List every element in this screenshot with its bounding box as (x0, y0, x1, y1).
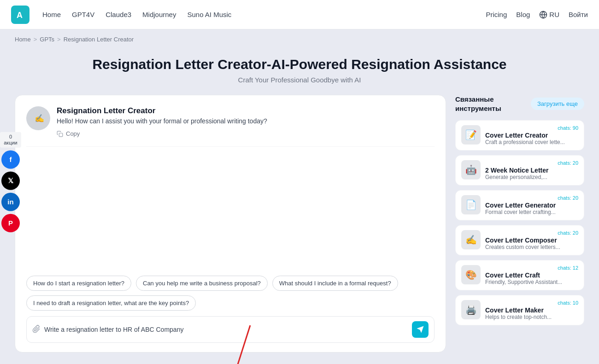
sidebar-item-chats-2: chats: 20 (485, 195, 578, 201)
nav-gpt4v[interactable]: GPT4V (72, 11, 94, 18)
sidebar-item-content-1: chats: 20 2 Week Notice Letter Generate … (485, 160, 578, 180)
suggestion-chip-1[interactable]: Can you help me write a business proposa… (136, 276, 268, 291)
suggestions: How do I start a resignation letter? Can… (26, 276, 435, 311)
sidebar-item-img-5: 🖨️ (461, 300, 481, 319)
breadcrumb-current: Resignation Letter Creator (64, 36, 134, 43)
copy-button[interactable]: Copy (57, 128, 80, 139)
chat-panel: ✍ Resignation Letter Creator Hello! How … (15, 95, 446, 352)
sidebar-item-name-4: Cover Letter Craft (485, 272, 578, 279)
facebook-button[interactable]: f (1, 150, 20, 169)
language-switcher[interactable]: RU (539, 11, 559, 19)
nav-right: Pricing Blog RU Войти (486, 11, 588, 19)
chat-header: ✍ Resignation Letter Creator Hello! How … (26, 106, 435, 147)
send-button[interactable] (412, 321, 429, 338)
sidebar-item-desc-1: Generate personalized,... (485, 174, 578, 180)
breadcrumb-home[interactable]: Home (15, 36, 31, 43)
nav-claude3[interactable]: Claude3 (106, 11, 131, 18)
sidebar-item-chats-4: chats: 12 (485, 265, 578, 271)
sidebar-item-content-0: chats: 90 Cover Letter Creator Craft a p… (485, 125, 578, 145)
sidebar-item-desc-0: Craft a professional cover lette... (485, 139, 578, 145)
logo[interactable]: A (11, 6, 29, 24)
social-count: 0 акции (0, 132, 21, 147)
sidebar-item-img-2: 📄 (461, 195, 481, 214)
attach-icon (32, 325, 41, 333)
sidebar-item-img-1: 🤖 (461, 160, 481, 179)
sidebar-item-name-2: Cover Letter Generator (485, 202, 578, 209)
twitter-button[interactable]: 𝕏 (1, 172, 20, 190)
sidebar-item-img-3: ✍️ (461, 230, 481, 249)
sidebar-item-5[interactable]: 🖨️ chats: 10 Cover Letter Maker Helps to… (455, 295, 584, 325)
page-title: Resignation Letter Creator-AI-Powered Re… (15, 57, 584, 72)
breadcrumb-sep-2: > (57, 36, 61, 43)
sidebar-item-chats-1: chats: 20 (485, 160, 578, 166)
sidebar-item-chats-0: chats: 90 (485, 125, 578, 131)
navbar: A Home GPT4V Claude3 Midjourney Suno AI … (0, 0, 599, 29)
copy-icon (57, 131, 63, 137)
sidebar-item-2[interactable]: 📄 chats: 20 Cover Letter Generator Forma… (455, 190, 584, 220)
breadcrumb-gpts[interactable]: GPTs (40, 36, 54, 43)
linkedin-button[interactable]: in (1, 193, 20, 211)
bot-avatar: ✍ (26, 106, 50, 130)
sidebar-item-name-1: 2 Week Notice Letter (485, 167, 578, 174)
breadcrumb-sep-1: > (34, 36, 37, 43)
sidebar: Связанные инструменты Загрузить еще 📝 ch… (455, 95, 584, 330)
bot-greeting: Hello! How can I assist you with your fo… (57, 117, 267, 125)
lang-label: RU (549, 11, 559, 18)
sidebar-item-desc-5: Helps to create top-notch... (485, 314, 578, 320)
sidebar-items-list: 📝 chats: 90 Cover Letter Creator Craft a… (455, 120, 584, 325)
nav-pricing[interactable]: Pricing (486, 11, 507, 18)
sidebar-item-desc-4: Friendly, Supportive Assistant... (485, 279, 578, 285)
sidebar-item-name-5: Cover Letter Maker (485, 306, 578, 314)
sidebar-item-name-3: Cover Letter Composer (485, 237, 578, 244)
nav-links: Home GPT4V Claude3 Midjourney Suno AI Mu… (42, 11, 231, 18)
logo-icon: A (14, 9, 26, 21)
sidebar-item-content-3: chats: 20 Cover Letter Composer Creates … (485, 230, 578, 250)
sidebar-item-chats-3: chats: 20 (485, 230, 578, 236)
sidebar-item-content-4: chats: 12 Cover Letter Craft Friendly, S… (485, 265, 578, 285)
bot-name: Resignation Letter Creator (57, 106, 267, 116)
load-more-button[interactable]: Загрузить еще (531, 98, 584, 110)
chat-info: Resignation Letter Creator Hello! How ca… (57, 106, 267, 139)
chat-input-field[interactable] (44, 326, 408, 333)
sidebar-item-img-0: 📝 (461, 125, 481, 144)
globe-icon (539, 11, 547, 19)
sidebar-header: Связанные инструменты Загрузить еще (455, 95, 584, 113)
suggestion-chip-2[interactable]: What should I include in a formal reques… (272, 276, 398, 291)
nav-suno[interactable]: Suno AI Music (187, 11, 231, 18)
send-icon (416, 325, 424, 334)
sidebar-item-content-5: chats: 10 Cover Letter Maker Helps to cr… (485, 300, 578, 320)
pinterest-button[interactable]: P (1, 214, 20, 232)
sidebar-item-img-4: 🎨 (461, 265, 481, 284)
svg-text:✍: ✍ (35, 114, 45, 123)
breadcrumb: Home > GPTs > Resignation Letter Creator (0, 29, 599, 49)
sidebar-item-name-0: Cover Letter Creator (485, 132, 578, 139)
nav-home[interactable]: Home (42, 11, 61, 18)
sidebar-item-0[interactable]: 📝 chats: 90 Cover Letter Creator Craft a… (455, 120, 584, 150)
social-bar: 0 акции f 𝕏 in P (0, 128, 21, 236)
svg-rect-6 (59, 133, 63, 137)
login-button[interactable]: Войти (569, 11, 588, 18)
nav-midjourney[interactable]: Midjourney (142, 11, 176, 18)
sidebar-item-3[interactable]: ✍️ chats: 20 Cover Letter Composer Creat… (455, 225, 584, 255)
suggestion-chip-0[interactable]: How do I start a resignation letter? (26, 276, 131, 291)
sidebar-item-chats-5: chats: 10 (485, 300, 578, 306)
attach-button[interactable] (32, 325, 41, 335)
page-subtitle: Craft Your Professional Goodbye with AI (15, 76, 584, 84)
chat-input-area (26, 316, 435, 343)
sidebar-item-4[interactable]: 🎨 chats: 12 Cover Letter Craft Friendly,… (455, 260, 584, 290)
main-content: ✍ Resignation Letter Creator Hello! How … (0, 95, 599, 364)
sidebar-item-desc-3: Creates custom cover letters... (485, 244, 578, 250)
sidebar-title: Связанные инструменты (455, 95, 531, 113)
page-header: Resignation Letter Creator-AI-Powered Re… (0, 49, 599, 95)
copy-label: Copy (66, 130, 80, 137)
sidebar-item-desc-2: Formal cover letter crafting... (485, 209, 578, 215)
sidebar-item-1[interactable]: 🤖 chats: 20 2 Week Notice Letter Generat… (455, 155, 584, 185)
suggestion-chip-3[interactable]: I need to draft a resignation letter, wh… (26, 295, 196, 311)
bot-avatar-icon: ✍ (30, 110, 46, 126)
svg-text:A: A (17, 11, 23, 20)
nav-blog[interactable]: Blog (516, 11, 530, 18)
sidebar-item-content-2: chats: 20 Cover Letter Generator Formal … (485, 195, 578, 215)
